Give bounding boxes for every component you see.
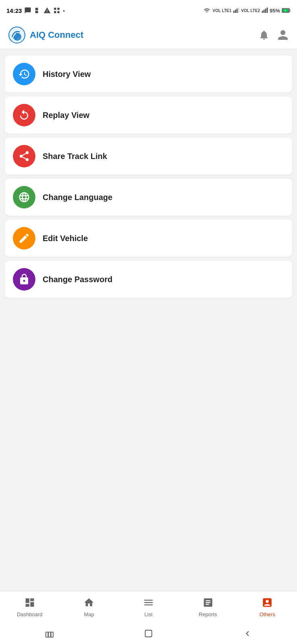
svg-rect-15 (289, 9, 290, 11)
lock-svg (18, 273, 30, 285)
grid-icon (53, 7, 60, 14)
svg-rect-2 (58, 8, 60, 10)
replay-view-icon (13, 104, 35, 126)
back-icon (243, 629, 252, 638)
status-right-icons: VOL LTE1 VOL LTE2 95% (203, 7, 291, 14)
menu-container: History View Replay View Share Track Lin… (0, 49, 297, 308)
nav-label-dashboard: Dashboard (17, 611, 43, 617)
svg-rect-4 (58, 11, 60, 13)
svg-rect-5 (233, 11, 235, 13)
nav-icon-map (83, 597, 95, 610)
svg-rect-19 (48, 632, 51, 637)
battery-icon (282, 8, 291, 13)
recent-apps-button[interactable] (45, 629, 54, 638)
list-nav-icon (143, 597, 154, 608)
svg-rect-1 (54, 8, 56, 10)
language-svg (18, 191, 30, 203)
wifi-icon (203, 7, 211, 14)
change-language-label: Change Language (43, 193, 112, 202)
battery-text: 95% (270, 8, 280, 14)
signal2-icon (262, 7, 268, 14)
nav-item-others[interactable]: Others (251, 597, 283, 617)
change-language-icon (13, 186, 35, 208)
menu-item-history-view[interactable]: History View (5, 56, 292, 93)
nav-icon-reports (202, 597, 214, 610)
replay-svg (18, 109, 30, 121)
warning-icon (43, 7, 51, 14)
edit-vehicle-label: Edit Vehicle (43, 234, 88, 243)
menu-item-replay-view[interactable]: Replay View (5, 97, 292, 134)
recent-icon (45, 629, 54, 638)
status-bar: 14:23 • VOL LTE1 VOL LTE2 95% (0, 0, 297, 21)
replay-view-label: Replay View (43, 111, 89, 120)
svg-rect-3 (54, 11, 56, 13)
edit-svg (18, 232, 30, 244)
notification-button[interactable] (258, 29, 270, 41)
app-title: AIQ Connect (30, 30, 83, 40)
share-svg (18, 150, 30, 162)
svg-rect-9 (262, 11, 263, 13)
nav-item-map[interactable]: Map (73, 597, 105, 617)
b-icon (34, 7, 41, 14)
others-nav-icon (262, 597, 273, 608)
svg-rect-21 (145, 630, 152, 637)
nav-icon-list (143, 597, 154, 610)
svg-rect-12 (267, 8, 268, 13)
svg-rect-10 (264, 10, 265, 13)
history-view-icon (13, 63, 35, 85)
svg-rect-8 (238, 8, 239, 13)
svg-rect-20 (51, 632, 54, 637)
map-nav-icon (83, 597, 95, 608)
history-svg (18, 68, 30, 80)
svg-rect-11 (265, 8, 266, 13)
nav-label-reports: Reports (199, 611, 217, 617)
home-button[interactable] (144, 629, 153, 638)
nav-label-list: List (144, 611, 153, 617)
edit-vehicle-icon (13, 227, 35, 250)
menu-item-change-password[interactable]: Change Password (5, 261, 292, 298)
signal1-icon (233, 7, 239, 14)
status-time: 14:23 • (6, 7, 65, 14)
lte1-label: VOL LTE1 (212, 8, 231, 13)
app-bar-left: AIQ Connect (8, 26, 83, 44)
svg-rect-18 (46, 632, 48, 637)
bottom-nav: Dashboard Map List Reports Others (0, 591, 297, 623)
svg-rect-7 (237, 8, 238, 13)
history-view-label: History View (43, 70, 91, 79)
nav-label-others: Others (260, 611, 275, 617)
lte2-label: VOL LTE2 (241, 8, 260, 13)
home-circle-icon (144, 629, 153, 638)
bell-icon (258, 29, 270, 41)
app-logo (8, 26, 26, 44)
menu-item-change-language[interactable]: Change Language (5, 179, 292, 216)
nav-item-list[interactable]: List (132, 597, 165, 617)
dot-icon: • (63, 8, 65, 14)
app-bar: AIQ Connect (0, 21, 297, 49)
dashboard-nav-icon (24, 597, 35, 608)
nav-item-reports[interactable]: Reports (192, 597, 224, 617)
nav-icon-others (262, 597, 273, 610)
nav-item-dashboard[interactable]: Dashboard (14, 597, 46, 617)
back-button[interactable] (243, 629, 252, 638)
profile-button[interactable] (277, 29, 289, 41)
message-icon (24, 7, 31, 14)
change-password-label: Change Password (43, 275, 112, 284)
system-nav (0, 623, 297, 644)
reports-nav-icon (202, 597, 214, 608)
app-bar-right (258, 29, 289, 41)
change-password-icon (13, 268, 35, 291)
share-track-link-icon (13, 145, 35, 167)
profile-icon (277, 29, 289, 41)
time-text: 14:23 (6, 7, 22, 14)
svg-rect-6 (235, 10, 236, 13)
nav-icon-dashboard (24, 597, 35, 610)
share-track-link-label: Share Track Link (43, 152, 107, 161)
nav-label-map: Map (84, 611, 94, 617)
menu-item-edit-vehicle[interactable]: Edit Vehicle (5, 220, 292, 257)
menu-item-share-track-link[interactable]: Share Track Link (5, 138, 292, 175)
